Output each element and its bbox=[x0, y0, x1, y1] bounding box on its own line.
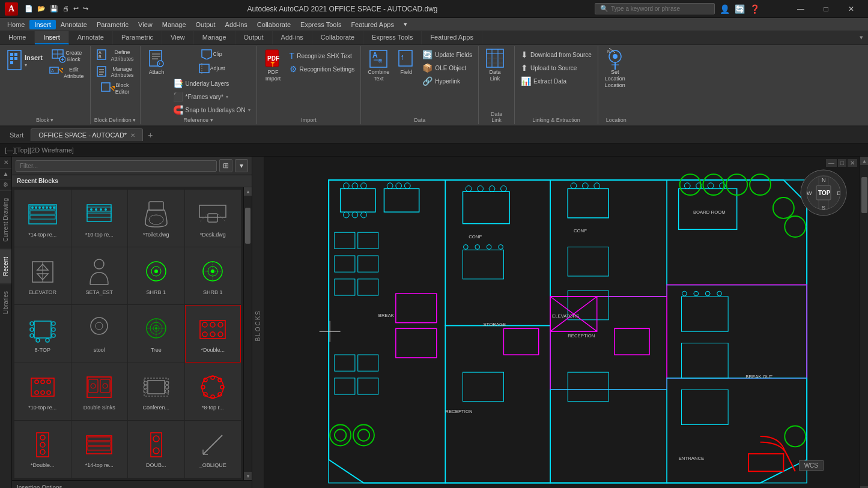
manage-attributes-button[interactable]: ManageAttributes bbox=[94, 64, 136, 80]
ribbon-expand-btn[interactable]: ▾ bbox=[855, 31, 868, 44]
snap-to-underlays-button[interactable]: 🧲 Snap to Underlays ON ▾ bbox=[171, 104, 253, 116]
menu-express[interactable]: Express Tools bbox=[296, 20, 346, 29]
tab-close-icon[interactable]: ✕ bbox=[130, 132, 135, 139]
file-tab-office[interactable]: OFFICE SPACE - AUTOCAD* ✕ bbox=[31, 128, 143, 141]
right-scroll-thumb[interactable] bbox=[861, 177, 867, 213]
more-options-button[interactable]: ▾ bbox=[235, 159, 248, 172]
new-tab-button[interactable]: + bbox=[143, 128, 157, 142]
menu-collaborate[interactable]: Collaborate bbox=[252, 20, 296, 29]
minimize-button[interactable]: — bbox=[789, 0, 813, 18]
extract-data-button[interactable]: 📊 Extract Data bbox=[518, 75, 594, 87]
define-attributes-button[interactable]: A B DefineAttributes bbox=[94, 47, 136, 64]
block-item-double-red2[interactable]: *Double... bbox=[14, 421, 71, 478]
tab-express[interactable]: Express Tools bbox=[363, 31, 422, 44]
block-item-doub-red[interactable]: DOUB... bbox=[128, 421, 184, 478]
right-scrollbar[interactable]: ▲ ▼ bbox=[860, 157, 868, 488]
block-item-double-sinks[interactable]: Double Sinks bbox=[71, 363, 128, 420]
viewport-minimize[interactable]: — bbox=[826, 159, 837, 167]
insert-button[interactable]: Insert ▾ bbox=[4, 47, 46, 74]
block-item-8top[interactable]: 8-TOP bbox=[14, 305, 71, 362]
menu-more[interactable]: ▾ bbox=[399, 19, 412, 29]
block-item-10top-red[interactable]: *10-top re... bbox=[14, 363, 71, 420]
block-item-desk[interactable]: *Desk.dwg bbox=[185, 190, 241, 247]
menu-home[interactable]: Home bbox=[2, 20, 29, 29]
panel-scrollbar[interactable]: ▲ ▼ bbox=[243, 187, 252, 480]
ole-object-button[interactable]: 📦 OLE Object bbox=[420, 62, 475, 74]
settings-icon[interactable]: ⚙ bbox=[0, 179, 11, 190]
tab-manage[interactable]: Manage bbox=[194, 31, 235, 44]
quick-access-new[interactable]: 📄 bbox=[23, 4, 35, 14]
block-item-elevator[interactable]: ELEVATOR bbox=[14, 247, 71, 304]
recognition-settings-button[interactable]: ⚙ Recognition Settings bbox=[287, 63, 357, 75]
insert-arrow[interactable]: ▾ bbox=[25, 62, 27, 68]
upload-to-source-button[interactable]: ⬆ Upload to Source bbox=[518, 62, 594, 74]
scroll-right-up[interactable]: ▲ bbox=[860, 157, 868, 165]
block-item-toilet[interactable]: *Toilet.dwg bbox=[128, 190, 184, 247]
tab-collaborate[interactable]: Collaborate bbox=[312, 31, 363, 44]
drawing-area[interactable]: BOARD ROOM bbox=[264, 157, 860, 488]
block-item-double-red[interactable]: *Double... bbox=[185, 305, 241, 362]
help-icon[interactable]: ❓ bbox=[750, 4, 760, 14]
tab-addins[interactable]: Add-ins bbox=[273, 31, 312, 44]
block-item-14top-red[interactable]: *14-top re... bbox=[71, 421, 128, 478]
quick-access-redo[interactable]: ↪ bbox=[81, 4, 90, 14]
block-item-8top-circle[interactable]: *8-top r... bbox=[185, 363, 241, 420]
quick-access-undo[interactable]: ↩ bbox=[71, 4, 80, 14]
data-link-button[interactable]: DataLink bbox=[482, 47, 508, 84]
menu-insert[interactable]: Insert bbox=[29, 20, 56, 29]
menu-annotate[interactable]: Annotate bbox=[56, 20, 92, 29]
menu-addins[interactable]: Add-ins bbox=[220, 20, 252, 29]
close-panel-icon[interactable]: ✕ bbox=[0, 157, 11, 169]
search-box[interactable]: 🔍 Type a keyword or phrase bbox=[595, 3, 715, 14]
side-tab-current-drawing[interactable]: Current Drawing bbox=[0, 190, 11, 249]
block-editor-button[interactable]: BlockEditor bbox=[94, 80, 136, 97]
viewport-close[interactable]: ✕ bbox=[848, 159, 857, 167]
quick-access-print[interactable]: 🖨 bbox=[61, 4, 71, 14]
tab-view[interactable]: View bbox=[162, 31, 194, 44]
clip-button[interactable]: Clip bbox=[171, 47, 253, 61]
tab-annotate[interactable]: Annotate bbox=[69, 31, 113, 44]
insertion-options-footer[interactable]: Insertion Options bbox=[12, 480, 252, 488]
side-tab-libraries[interactable]: Libraries bbox=[0, 283, 11, 321]
block-item-stool[interactable]: stool bbox=[71, 305, 128, 362]
sync-icon[interactable]: 🔄 bbox=[735, 4, 745, 14]
block-item-14top[interactable]: *14-top re... bbox=[14, 190, 71, 247]
block-item-shrb1b[interactable]: SHRB 1 bbox=[185, 247, 241, 304]
hyperlink-button[interactable]: 🔗 Hyperlink bbox=[420, 75, 475, 87]
menu-output[interactable]: Output bbox=[191, 20, 220, 29]
attach-button[interactable]: + Attach bbox=[144, 47, 169, 77]
menu-manage[interactable]: Manage bbox=[157, 20, 191, 29]
underlay-layers-button[interactable]: 📑 Underlay Layers bbox=[171, 77, 253, 89]
scroll-up-arrow[interactable]: ▲ bbox=[244, 187, 252, 196]
download-from-source-button[interactable]: ⬇ Download from Source bbox=[518, 49, 594, 61]
block-item-10top[interactable]: *10-top re... bbox=[71, 190, 128, 247]
viewport-restore[interactable]: □ bbox=[838, 159, 846, 167]
create-block-button[interactable]: CreateBlock bbox=[47, 47, 86, 64]
set-location-button[interactable]: N SetLocationLocation bbox=[602, 47, 628, 90]
frames-vary-button[interactable]: ⬛ *Frames vary* ▾ bbox=[171, 91, 253, 103]
user-icon[interactable]: 👤 bbox=[720, 4, 730, 14]
adjust-button[interactable]: Adjust bbox=[171, 62, 253, 75]
block-item-conference[interactable]: Conferen... bbox=[128, 363, 184, 420]
menu-featured[interactable]: Featured Apps bbox=[346, 20, 399, 29]
update-fields-button[interactable]: 🔄 Update Fields bbox=[420, 49, 475, 61]
edit-attribute-button[interactable]: A EditAttribute bbox=[47, 65, 86, 81]
field-button[interactable]: f Field bbox=[393, 47, 419, 77]
close-button[interactable]: ✕ bbox=[839, 0, 863, 18]
maximize-button[interactable]: □ bbox=[814, 0, 838, 18]
block-item-shrb1a[interactable]: SHRB 1 bbox=[128, 247, 184, 304]
block-item-tree[interactable]: Tree bbox=[128, 305, 184, 362]
tab-featured[interactable]: Featured Apps bbox=[422, 31, 482, 44]
block-item-seta[interactable]: SETA_EST bbox=[71, 247, 128, 304]
nav-up-icon[interactable]: ▲ bbox=[0, 169, 11, 179]
quick-access-open[interactable]: 📂 bbox=[35, 4, 47, 14]
quick-access-save[interactable]: 💾 bbox=[48, 4, 60, 14]
side-tab-recent[interactable]: Recent bbox=[0, 249, 11, 283]
tab-output[interactable]: Output bbox=[235, 31, 273, 44]
tab-home[interactable]: Home bbox=[0, 31, 35, 44]
scroll-down-arrow[interactable]: ▼ bbox=[244, 472, 252, 480]
start-tab[interactable]: Start bbox=[2, 129, 31, 141]
tab-parametric[interactable]: Parametric bbox=[113, 31, 162, 44]
combine-text-button[interactable]: A a CombineText bbox=[365, 47, 392, 84]
menu-view[interactable]: View bbox=[133, 20, 157, 29]
